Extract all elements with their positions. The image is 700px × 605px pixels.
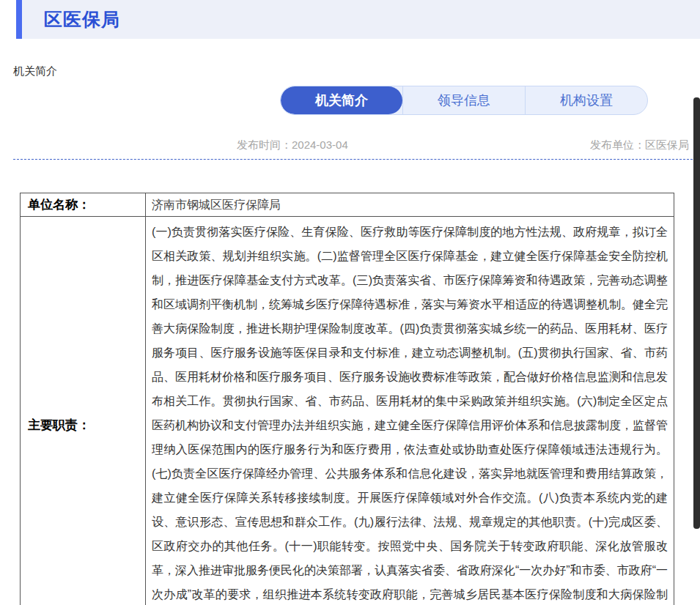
- tab-agency-intro[interactable]: 机关简介: [281, 86, 402, 114]
- publish-time-value: 2024-03-04: [292, 138, 348, 151]
- agency-info-table: 单位名称： 济南市钢城区医疗保障局 主要职责： (一)负责贯彻落实医疗保险、生育…: [20, 193, 674, 605]
- header-accent-bar: [16, 0, 22, 39]
- table-row-unit-name: 单位名称： 济南市钢城区医疗保障局: [21, 193, 674, 217]
- unit-name-label: 单位名称：: [21, 193, 146, 217]
- vertical-scrollbar-thumb[interactable]: [693, 97, 700, 529]
- page-title: 区医保局: [44, 7, 120, 31]
- publish-unit-value: 区医保局: [645, 138, 689, 151]
- main-duties-value: (一)负责贯彻落实医疗保险、生育保险、医疗救助等医疗保障制度的地方性法规、政府规…: [146, 217, 674, 605]
- tab-leader-info[interactable]: 领导信息: [402, 86, 525, 114]
- tab-org-setup[interactable]: 机构设置: [525, 86, 647, 114]
- page-header: 区医保局: [16, 0, 700, 39]
- dashed-divider: [13, 159, 693, 160]
- breadcrumb: 机关简介: [13, 64, 57, 78]
- publish-unit: 发布单位：区医保局: [590, 138, 689, 152]
- publish-unit-label: 发布单位：: [590, 138, 645, 151]
- publish-meta-row: 发布时间：2024-03-04 发布单位：区医保局: [237, 138, 689, 152]
- publish-time: 发布时间：2024-03-04: [237, 138, 348, 152]
- main-duties-label: 主要职责：: [21, 217, 146, 605]
- publish-time-label: 发布时间：: [237, 138, 292, 151]
- tab-group: 机关简介 领导信息 机构设置: [280, 86, 648, 115]
- table-row-main-duties: 主要职责： (一)负责贯彻落实医疗保险、生育保险、医疗救助等医疗保障制度的地方性…: [21, 217, 674, 605]
- unit-name-value: 济南市钢城区医疗保障局: [146, 193, 674, 217]
